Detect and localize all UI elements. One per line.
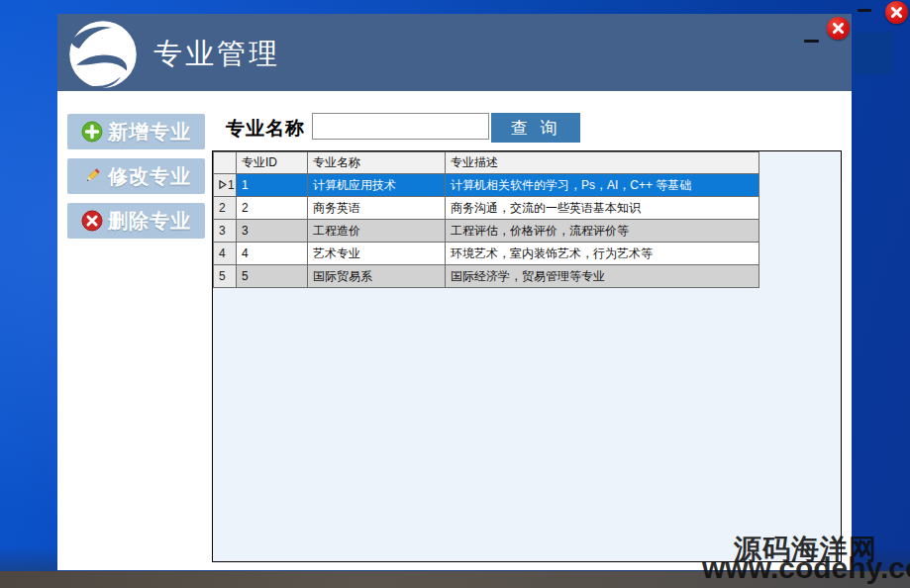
major-name-label: 专业名称 (226, 116, 305, 142)
delete-major-label: 删除专业 (108, 208, 191, 235)
cell-name: 商务英语 (308, 197, 446, 220)
table-row[interactable]: 1 1 计算机应用技术 计算机相关软件的学习，Ps，AI，C++ 等基础 (214, 174, 759, 197)
cell-name: 国际贸易系 (308, 265, 446, 288)
cell-id: 3 (237, 220, 308, 243)
row-header[interactable]: 3 (214, 220, 237, 243)
cell-name: 工程造价 (308, 220, 446, 243)
outer-close-button[interactable] (885, 1, 908, 24)
row-header[interactable]: 1 (214, 174, 237, 197)
app-window: 专业管理 新增专业 修改专业 (57, 14, 852, 570)
row-header-corner (214, 152, 237, 174)
add-major-label: 新增专业 (108, 119, 191, 146)
cell-desc: 计算机相关软件的学习，Ps，AI，C++ 等基础 (446, 174, 759, 197)
majors-table: 专业ID 专业名称 专业描述 1 1 计算机应用技术 计算机相关软件的学习，Ps… (213, 151, 759, 288)
window-minimize-button[interactable] (804, 40, 819, 43)
delete-icon (81, 210, 103, 232)
add-major-button[interactable]: 新增专业 (67, 114, 205, 149)
window-title: 专业管理 (153, 14, 280, 91)
current-row-arrow-icon (219, 180, 227, 189)
table-row[interactable]: 4 4 艺术专业 环境艺术，室内装饰艺术，行为艺术等 (214, 243, 759, 265)
edit-major-label: 修改专业 (108, 163, 191, 190)
outer-minimize-button[interactable] (858, 9, 871, 12)
desktop: { "desktop": { "outer_controls": { "mini… (0, 0, 910, 588)
titlebar[interactable]: 专业管理 (57, 14, 852, 91)
cell-id: 1 (237, 174, 308, 197)
cell-id: 5 (237, 265, 308, 288)
column-header-name[interactable]: 专业名称 (308, 152, 446, 174)
cell-desc: 国际经济学，贸易管理等专业 (446, 265, 759, 288)
cell-id: 4 (237, 243, 308, 265)
cell-desc: 环境艺术，室内装饰艺术，行为艺术等 (446, 243, 759, 265)
close-icon (891, 7, 902, 18)
window-close-button[interactable] (827, 17, 850, 40)
table-row[interactable]: 5 5 国际贸易系 国际经济学，贸易管理等专业 (214, 265, 759, 288)
query-button[interactable]: 查 询 (491, 113, 580, 143)
cell-name: 艺术专业 (308, 243, 446, 265)
background-window-fragment (854, 33, 893, 74)
table-row[interactable]: 2 2 商务英语 商务沟通，交流的一些英语基本知识 (214, 197, 759, 220)
cell-desc: 工程评估，价格评价，流程评价等 (446, 220, 759, 243)
app-logo-icon (65, 19, 141, 90)
delete-major-button[interactable]: 删除专业 (67, 203, 205, 239)
row-header[interactable]: 2 (214, 197, 237, 220)
table-header-row: 专业ID 专业名称 专业描述 (214, 152, 759, 174)
plus-icon (81, 121, 103, 143)
row-header[interactable]: 4 (214, 243, 237, 265)
grid-panel: 专业ID 专业名称 专业描述 1 1 计算机应用技术 计算机相关软件的学习，Ps… (212, 150, 842, 562)
column-header-desc[interactable]: 专业描述 (446, 152, 759, 174)
watermark-url: www.codehy.com (702, 551, 910, 585)
cell-desc: 商务沟通，交流的一些英语基本知识 (446, 197, 759, 220)
row-header[interactable]: 5 (214, 265, 237, 288)
table-row[interactable]: 3 3 工程造价 工程评估，价格评价，流程评价等 (214, 220, 759, 243)
column-header-id[interactable]: 专业ID (237, 152, 308, 174)
cell-name: 计算机应用技术 (308, 174, 446, 197)
pencil-icon (81, 165, 103, 187)
edit-major-button[interactable]: 修改专业 (67, 158, 205, 194)
cell-id: 2 (237, 197, 308, 220)
major-name-input[interactable] (312, 113, 489, 140)
close-icon (833, 23, 844, 34)
